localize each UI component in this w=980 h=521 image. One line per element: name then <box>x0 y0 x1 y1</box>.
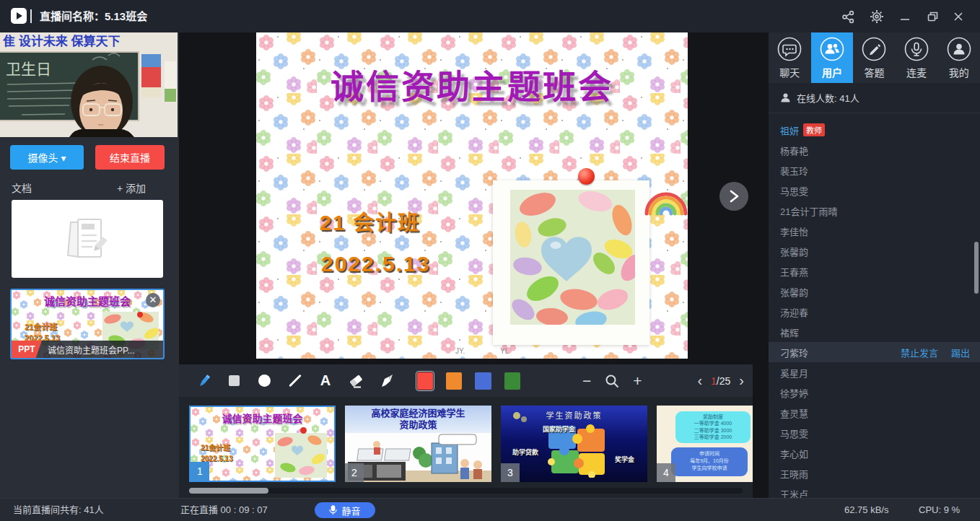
ppt-close-icon[interactable]: ✕ <box>146 293 160 307</box>
tab-mine[interactable]: 我的 <box>937 32 980 83</box>
user-row[interactable]: 查灵慧 <box>769 403 980 423</box>
panel-tabs: 聊天 用户 答题 连麦 我的 <box>769 32 980 83</box>
user-row[interactable]: 马思雯 <box>769 180 980 201</box>
next-page-icon[interactable]: › <box>730 372 753 389</box>
eraser-tool-icon[interactable] <box>346 371 365 391</box>
titlebar: 直播间名称：5.13班会 <box>0 0 980 32</box>
color-swatch-red[interactable] <box>417 372 433 390</box>
user-row[interactable]: 王春燕 <box>769 261 980 281</box>
user-row[interactable]: 汤迎春 <box>769 302 980 322</box>
tab-mic-connect[interactable]: 连麦 <box>896 32 938 83</box>
rainbow-icon <box>644 179 688 216</box>
user-row[interactable]: 祖妍 教师 <box>769 120 980 140</box>
filmstrip-scrollbar-track <box>189 488 743 494</box>
zoom-in-icon[interactable]: + <box>629 371 646 391</box>
kick-user-link[interactable]: 踢出 <box>951 346 970 359</box>
next-slide-button[interactable] <box>719 182 748 211</box>
color-swatch-blue[interactable] <box>475 372 491 390</box>
thumbnail-number: 1 <box>191 462 209 481</box>
cpu-text: CPU: 9 % <box>919 499 960 521</box>
tab-chat[interactable]: 聊天 <box>769 32 811 83</box>
users-icon <box>819 36 845 62</box>
user-row[interactable]: 李心如 <box>769 443 980 463</box>
thumb-candy-photo <box>275 433 327 478</box>
circle-tool-icon[interactable] <box>255 371 274 391</box>
online-person-icon <box>780 92 791 103</box>
right-panel: 聊天 用户 答题 连麦 我的 在线人数: 41人 <box>769 32 980 498</box>
text-tool-icon[interactable]: A <box>316 371 335 391</box>
slide-thumbnail-1[interactable]: 诚信资助主题班会 21会计班 2022.5.13 <box>189 406 336 482</box>
userlist-scrollbar-thumb[interactable] <box>974 242 979 294</box>
thumbnail-number: 2 <box>345 463 364 482</box>
webcam-video[interactable]: 隹 设计未来 保算天下 卫生日 <box>0 32 178 137</box>
chat-bubble-icon <box>776 36 802 62</box>
pen-tool-icon[interactable] <box>195 371 214 391</box>
brush-tool-icon[interactable] <box>377 371 395 391</box>
camera-dropdown-button[interactable]: 摄像头 ▾ <box>10 145 84 170</box>
user-row[interactable]: 徐梦婷 <box>769 382 980 403</box>
bandwidth-text: 62.75 kB/s <box>844 499 888 521</box>
mute-user-link[interactable]: 禁止发言 <box>901 346 938 359</box>
add-doc-button[interactable]: + 添加 <box>117 180 146 195</box>
slide-thumbnail-3[interactable]: 学生资助政策 <box>501 406 647 482</box>
filmstrip-scrollbar-thumb[interactable] <box>189 488 268 494</box>
user-row-hovered[interactable]: 刁紫玲 禁止发言 踢出 <box>769 342 980 362</box>
slide-class-line: 21 会计班 <box>320 206 420 236</box>
user-row[interactable]: 杨春艳 <box>769 140 980 160</box>
share-icon[interactable] <box>840 9 856 25</box>
tab-quiz[interactable]: 答题 <box>853 32 896 83</box>
user-row[interactable]: 奚星月 <box>769 362 980 382</box>
slide-canvas[interactable]: 诚信资助主题班会 21 会计班 2022.5.13 <box>256 32 688 359</box>
color-swatch-green[interactable] <box>504 372 520 390</box>
mic-small-icon <box>329 505 337 515</box>
pencil-icon <box>861 36 887 62</box>
slide-filmstrip: 诚信资助主题班会 21会计班 2022.5.13 <box>179 397 753 498</box>
settings-gear-icon[interactable] <box>869 9 885 25</box>
user-row[interactable]: 李佳怡 <box>769 221 980 241</box>
candy-photo <box>510 190 635 325</box>
magnifier-icon[interactable] <box>603 371 621 391</box>
slide-thumbnail-4[interactable]: 奖励制度 一等助学金 4000 二等助学金 3000 三等助学金 2000 申请… <box>657 406 753 482</box>
thumb-pin <box>300 427 307 434</box>
tab-users[interactable]: 用户 <box>811 32 854 83</box>
user-row[interactable]: 张馨韵 <box>769 281 980 302</box>
live-classroom-app: 直播间名称：5.13班会 隹 设计未来 保算天下 卫生日 <box>0 0 980 521</box>
wall-slogan: 隹 设计未来 保算天下 <box>2 34 120 48</box>
mic-icon <box>904 36 929 62</box>
slide-thumbnail-2[interactable]: 高校家庭经济困难学生资助政策 <box>345 406 491 482</box>
room-title: 直播间名称：5.13班会 <box>40 0 147 32</box>
minimize-button[interactable] <box>897 9 913 25</box>
user-row[interactable]: 马思雯 <box>769 423 980 443</box>
doc-placeholder-card <box>12 200 163 278</box>
slide-watermark-right: YL <box>500 347 509 355</box>
user-row[interactable]: 王晓雨 <box>769 463 980 483</box>
close-button[interactable] <box>950 9 966 25</box>
main-stage: 诚信资助主题班会 21 会计班 2022.5.13 <box>179 32 769 498</box>
blackboard-text: 卫生日 <box>6 61 51 77</box>
color-swatch-orange[interactable] <box>446 372 462 390</box>
rectangle-tool-icon[interactable] <box>225 371 244 391</box>
user-row[interactable]: 21会计丁雨晴 <box>769 201 980 221</box>
user-list: 祖妍 教师 杨春艳 裴玉玲 马思雯 21会计丁雨晴 李佳怡 张馨韵 王春燕 张馨… <box>769 114 980 498</box>
page-indicator: 1/25 <box>711 375 730 387</box>
user-row[interactable]: 裴玉玲 <box>769 160 980 180</box>
document-placeholder-icon <box>61 216 114 261</box>
user-row[interactable]: 褚辉 <box>769 322 980 342</box>
red-pin <box>578 168 595 185</box>
mute-button[interactable]: 静音 <box>315 502 375 518</box>
line-tool-icon[interactable] <box>286 371 305 391</box>
user-row[interactable]: 张馨韵 <box>769 241 980 261</box>
online-count-row: 在线人数: 41人 <box>769 83 980 113</box>
logo-divider <box>30 9 32 23</box>
statusbar: 当前直播间共有: 41人 正在直播 00 : 09 : 07 静音 62.75 … <box>0 498 980 521</box>
sparkle-decor <box>511 410 530 424</box>
app-logo-icon <box>11 8 27 24</box>
restore-button[interactable] <box>924 9 940 25</box>
ppt-doc-card[interactable]: 诚信资助主题班会 21会计班 2022.5.13 PPT <box>10 289 165 359</box>
end-live-button[interactable]: 结束直播 <box>95 145 165 170</box>
annotation-toolbar: A − + ‹ 1/25 › <box>179 364 753 397</box>
prev-page-icon[interactable]: ‹ <box>688 372 711 389</box>
zoom-out-icon[interactable]: − <box>578 371 595 391</box>
user-row[interactable]: 王米卢 <box>769 483 980 498</box>
thumbnail-strip: 诚信资助主题班会 21会计班 2022.5.13 <box>189 406 753 482</box>
